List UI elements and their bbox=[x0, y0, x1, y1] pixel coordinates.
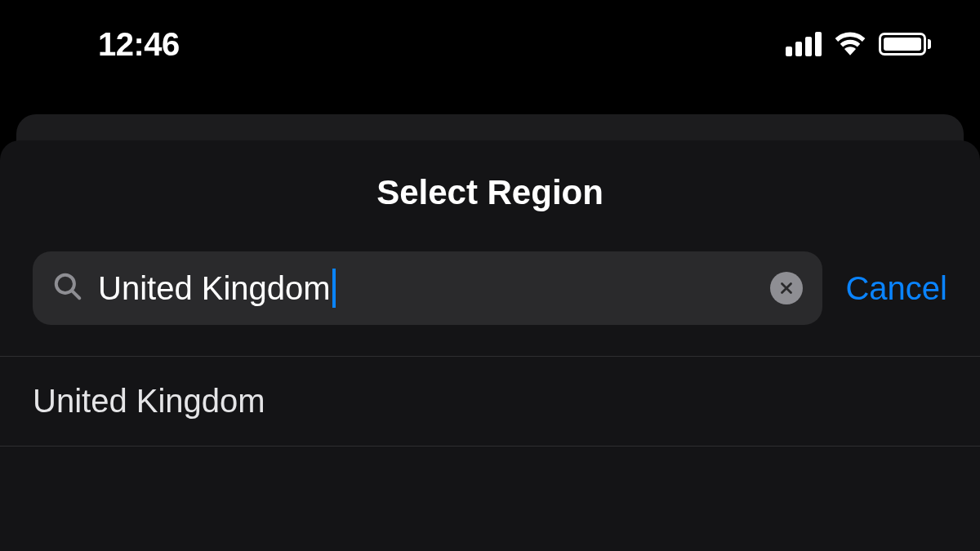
search-container[interactable]: United Kingdom bbox=[33, 251, 822, 325]
svg-line-1 bbox=[73, 291, 80, 299]
select-region-modal: Select Region United Kingdom Cancel bbox=[0, 140, 980, 551]
search-icon bbox=[52, 271, 83, 305]
status-time: 12:46 bbox=[41, 26, 180, 63]
cancel-button[interactable]: Cancel bbox=[845, 270, 947, 307]
search-input-value: United Kingdom bbox=[98, 270, 331, 307]
text-cursor bbox=[332, 269, 336, 308]
status-bar: 12:46 bbox=[0, 0, 980, 73]
modal-title: Select Region bbox=[0, 173, 980, 212]
cellular-icon bbox=[786, 32, 822, 56]
clear-search-button[interactable] bbox=[770, 272, 803, 304]
search-input[interactable]: United Kingdom bbox=[98, 269, 770, 308]
search-row: United Kingdom Cancel bbox=[0, 251, 980, 325]
wifi-icon bbox=[833, 29, 867, 59]
results-list: United Kingdom bbox=[0, 356, 980, 447]
result-item[interactable]: United Kingdom bbox=[0, 357, 980, 447]
status-icons bbox=[786, 29, 939, 59]
battery-icon bbox=[879, 33, 931, 56]
